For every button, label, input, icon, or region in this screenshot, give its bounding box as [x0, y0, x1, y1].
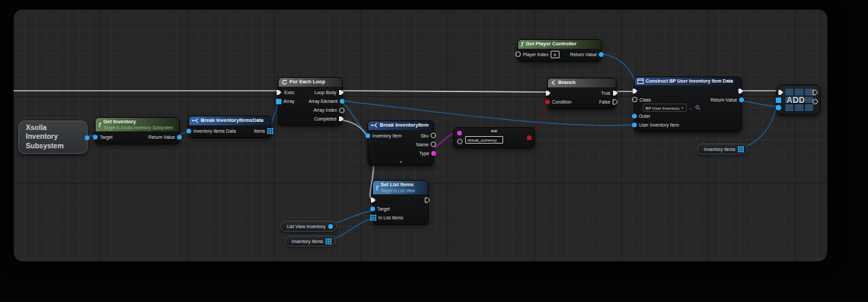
variable-get-inventory-items[interactable]: Inventory Items: [285, 236, 336, 246]
pin-label: Array: [283, 99, 294, 104]
node-for-each-loop[interactable]: For Each Loop Exec Array Loop Body Array…: [278, 77, 342, 126]
node-break-inventoryitemsdata[interactable]: Break InventoryItemsData Inventory Items…: [189, 116, 271, 138]
pin-label: In List Items: [378, 215, 403, 220]
expand-node-chevron[interactable]: ▼: [368, 160, 433, 165]
exec-out-pin[interactable]: [425, 197, 431, 203]
node-branch[interactable]: Branch Condition True False: [547, 78, 616, 109]
blueprint-graph-canvas[interactable]: Xsolla Inventory Subsystem ƒ Get Invento…: [14, 9, 827, 261]
return-value-pin[interactable]: [739, 98, 744, 102]
node-title: Branch: [558, 80, 576, 86]
target-array-pin[interactable]: [776, 98, 781, 103]
exec-in-pin[interactable]: [370, 197, 376, 203]
exec-in-pin[interactable]: [632, 88, 638, 94]
construct-icon: [637, 79, 644, 84]
array-output-pin[interactable]: [326, 238, 332, 244]
array-index-pin[interactable]: [339, 108, 344, 113]
class-dropdown-value: BP User Inventory: [646, 106, 679, 110]
array-output-pin[interactable]: [738, 146, 744, 152]
browse-asset-icon[interactable]: [695, 105, 701, 110]
inventory-items-data-pin[interactable]: [186, 129, 191, 133]
node-construct-bp-user-inventory-item-data[interactable]: Construct BP User Inventory Item Data Cl…: [634, 77, 742, 132]
pin-label: User Inventory Item: [639, 123, 679, 127]
new-item-pin[interactable]: [776, 105, 781, 110]
node-array-add[interactable]: ADD: [776, 85, 821, 115]
node-header[interactable]: Break InventoryItem: [368, 121, 433, 130]
pin-label: Class: [639, 98, 651, 102]
node-set-list-items[interactable]: ƒ Set List Items Target is List View Tar…: [372, 180, 429, 225]
title-line: Subsystem: [26, 142, 80, 150]
node-header[interactable]: Construct BP User Inventory Item Data: [635, 77, 741, 85]
false-exec-pin[interactable]: [612, 99, 618, 105]
in-list-items-pin[interactable]: [370, 215, 376, 221]
use-selected-asset-icon[interactable]: ←: [689, 106, 694, 110]
pin-label: Array Index: [313, 108, 337, 112]
function-icon: ƒ: [98, 122, 101, 128]
node-xsolla-inventory-subsystem[interactable]: Xsolla Inventory Subsystem: [18, 121, 87, 154]
index-out-pin[interactable]: [812, 99, 818, 104]
compare-b-value-field[interactable]: [465, 136, 503, 144]
node-get-player-controller[interactable]: ƒ Get Player Controller Player Index Ret…: [517, 39, 601, 62]
break-struct-icon: [371, 123, 378, 128]
exec-out-pin[interactable]: [812, 89, 818, 95]
node-header[interactable]: ƒ Get Inventory Target is Xsolla Invento…: [96, 118, 179, 131]
function-icon: ƒ: [521, 41, 524, 47]
class-pin[interactable]: [632, 97, 637, 102]
class-dropdown[interactable]: BP User Inventory▼: [643, 104, 687, 112]
user-inventory-item-pin[interactable]: [632, 123, 637, 127]
variable-get-inventory-items[interactable]: Inventory Items: [697, 144, 748, 154]
node-break-inventoryitem[interactable]: Break InventoryItem Inventory Item Sku N…: [368, 121, 434, 166]
player-index-field[interactable]: [551, 51, 559, 58]
exec-out-pin[interactable]: [738, 88, 744, 94]
pin-label: True: [601, 91, 610, 95]
pin-label: Target: [100, 135, 113, 139]
pin-label: Name: [416, 142, 429, 147]
node-title: Xsolla Inventory Subsystem: [19, 121, 87, 152]
exec-in-pin[interactable]: [778, 89, 784, 95]
return-value-pin[interactable]: [177, 135, 182, 139]
node-header[interactable]: For Each Loop: [279, 78, 342, 87]
pin-label: Target: [377, 207, 390, 211]
return-value-pin[interactable]: [599, 52, 604, 57]
result-bool-pin[interactable]: [527, 135, 532, 140]
pin-label: Completed: [314, 116, 336, 121]
target-pin[interactable]: [370, 207, 375, 211]
completed-exec-pin[interactable]: [338, 116, 344, 122]
exec-in-pin[interactable]: [545, 90, 551, 96]
inventory-item-pin[interactable]: [366, 133, 370, 138]
compare-b-pin[interactable]: [457, 139, 462, 144]
node-string-equals[interactable]: ==: [453, 127, 535, 148]
sku-pin[interactable]: [431, 133, 436, 138]
pin-label: Return Value: [711, 98, 737, 102]
exec-in-pin[interactable]: [276, 89, 282, 95]
array-element-pin[interactable]: [340, 99, 344, 104]
node-header[interactable]: ƒ Get Player Controller: [518, 40, 601, 49]
outer-pin[interactable]: [632, 114, 637, 118]
title-line: Xsolla: [26, 123, 80, 132]
screenshot-root: { "colors": { "canvas_bg": "#272727", "e…: [0, 0, 868, 302]
node-get-inventory[interactable]: ƒ Get Inventory Target is Xsolla Invento…: [95, 117, 180, 144]
type-pin[interactable]: [431, 151, 436, 156]
name-pin[interactable]: [431, 142, 436, 147]
compare-a-pin[interactable]: [457, 131, 462, 135]
loop-body-exec-pin[interactable]: [338, 89, 344, 95]
pin-label: Items: [254, 129, 265, 133]
array-items-pin[interactable]: [267, 128, 273, 134]
function-icon: ƒ: [376, 185, 378, 191]
target-pin[interactable]: [93, 135, 98, 139]
pin-label: Return Value: [149, 135, 175, 139]
array-in-pin[interactable]: [276, 99, 281, 104]
node-header[interactable]: Break InventoryItemsData: [189, 116, 271, 125]
pin-label: Array Element: [309, 99, 338, 104]
node-title: ==: [454, 128, 534, 134]
object-output-pin[interactable]: [328, 224, 333, 229]
node-title: Break InventoryItemsData: [201, 118, 264, 124]
pin-label: Return Value: [570, 52, 597, 57]
variable-get-list-view-inventory[interactable]: List View Inventory: [280, 221, 337, 232]
node-header[interactable]: Branch: [548, 79, 616, 87]
pin-label: Inventory Items Data: [193, 129, 236, 133]
condition-pin[interactable]: [545, 100, 550, 104]
true-exec-pin[interactable]: [612, 90, 618, 96]
node-header[interactable]: ƒ Set List Items Target is List View: [373, 181, 428, 194]
player-index-pin[interactable]: [515, 51, 521, 57]
object-output-pin[interactable]: [85, 135, 90, 140]
